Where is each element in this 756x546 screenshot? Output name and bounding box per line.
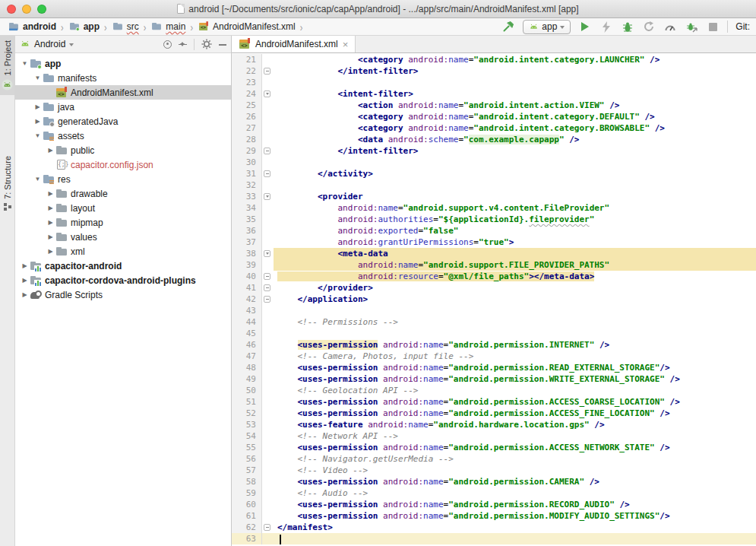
code-line-63[interactable]: 63 bbox=[232, 533, 756, 544]
debug-bug-icon[interactable] bbox=[621, 20, 634, 33]
code-area[interactable]: 21 <category android:name="android.inten… bbox=[232, 53, 756, 546]
code-line-36[interactable]: 36 android:exported="false" bbox=[232, 225, 756, 236]
code-line-21[interactable]: 21 <category android:name="android.inten… bbox=[232, 54, 756, 65]
code-line-31[interactable]: 31 </activity> bbox=[232, 168, 756, 179]
tree-item-public[interactable]: ▶public bbox=[15, 143, 231, 157]
hide-panel-icon[interactable] bbox=[219, 44, 226, 46]
code-line-27[interactable]: 27 <category android:name="android.inten… bbox=[232, 122, 756, 134]
fold-start-icon[interactable] bbox=[264, 193, 270, 200]
tree-expand-arrow-icon[interactable]: ▶ bbox=[46, 190, 55, 197]
code-line-41[interactable]: 41 </provider> bbox=[232, 282, 756, 294]
code-line-43[interactable]: 43 bbox=[232, 305, 756, 316]
fold-end-icon[interactable] bbox=[264, 273, 270, 280]
tree-item-xml[interactable]: ▶xml bbox=[15, 244, 231, 259]
breadcrumb-item-main[interactable]: main bbox=[149, 20, 187, 33]
tree-expand-arrow-icon[interactable]: ▶ bbox=[33, 103, 43, 110]
code-line-52[interactable]: 52 <uses-permission android:name="androi… bbox=[232, 408, 756, 419]
build-hammer-icon[interactable] bbox=[501, 20, 515, 33]
tree-item-java[interactable]: ▶java bbox=[15, 100, 231, 114]
tree-item-drawable[interactable]: ▶drawable bbox=[15, 186, 231, 201]
tree-item-capacitor-cordova-android-plugins[interactable]: ▶capacitor-cordova-android-plugins bbox=[15, 273, 231, 287]
fold-end-icon[interactable] bbox=[264, 296, 270, 303]
tree-expand-arrow-icon[interactable]: ▶ bbox=[20, 277, 30, 284]
tree-expand-arrow-icon[interactable]: ▼ bbox=[33, 132, 43, 139]
code-line-49[interactable]: 49 <uses-permission android:name="androi… bbox=[232, 373, 756, 385]
run-configuration-selector[interactable]: app bbox=[523, 20, 571, 34]
tree-item-gradle-scripts[interactable]: ▶Gradle Scripts bbox=[15, 287, 231, 302]
code-line-34[interactable]: 34 android:name="android.support.v4.cont… bbox=[232, 202, 756, 214]
tree-item-res[interactable]: ▼res bbox=[15, 172, 231, 186]
tree-item-generatedjava[interactable]: ▶generatedJava bbox=[15, 114, 231, 129]
code-line-46[interactable]: 46 <uses-permission android:name="androi… bbox=[232, 339, 756, 351]
fold-end-icon[interactable] bbox=[264, 148, 270, 154]
tree-item-layout[interactable]: ▶layout bbox=[15, 201, 231, 215]
close-window-button[interactable] bbox=[7, 5, 16, 14]
code-line-30[interactable]: 30 bbox=[232, 157, 756, 168]
code-line-28[interactable]: 28 <data android:scheme="com.example.cap… bbox=[232, 134, 756, 145]
tree-expand-arrow-icon[interactable]: ▶ bbox=[20, 291, 30, 298]
tree-item-capacitor-android[interactable]: ▶capacitor-android bbox=[15, 259, 231, 273]
code-line-53[interactable]: 53 <uses-feature android:name="android.h… bbox=[232, 419, 756, 430]
apply-changes-lightning-icon[interactable] bbox=[599, 20, 613, 33]
tree-expand-arrow-icon[interactable]: ▶ bbox=[46, 233, 55, 240]
tree-item-manifests[interactable]: ▼manifests bbox=[15, 71, 231, 85]
fold-end-icon[interactable] bbox=[264, 68, 270, 75]
locate-icon[interactable] bbox=[163, 40, 172, 49]
code-line-62[interactable]: 62</manifest> bbox=[232, 522, 756, 533]
tree-expand-arrow-icon[interactable]: ▶ bbox=[20, 262, 30, 269]
zoom-window-button[interactable] bbox=[37, 5, 46, 14]
breadcrumb-item-app[interactable]: app bbox=[67, 20, 101, 33]
code-line-50[interactable]: 50 <!-- Geolocation API --> bbox=[232, 385, 756, 396]
tree-item-androidmanifest-xml[interactable]: <>AndroidManifest.xml bbox=[15, 85, 231, 100]
close-tab-icon[interactable]: × bbox=[343, 40, 349, 49]
code-line-39[interactable]: 39 android:name="android.support.FILE_PR… bbox=[232, 259, 756, 271]
breadcrumb-item-androidmanifest-xml[interactable]: <>AndroidManifest.xml bbox=[196, 20, 297, 33]
code-line-48[interactable]: 48 <uses-permission android:name="androi… bbox=[232, 362, 756, 373]
tree-item-mipmap[interactable]: ▶mipmap bbox=[15, 215, 231, 230]
code-line-55[interactable]: 55 <uses-permission android:name="androi… bbox=[232, 442, 756, 453]
fold-start-icon[interactable] bbox=[264, 90, 270, 97]
code-line-57[interactable]: 57 <!-- Video --> bbox=[232, 465, 756, 476]
coverage-icon[interactable] bbox=[642, 20, 656, 33]
code-line-51[interactable]: 51 <uses-permission android:name="androi… bbox=[232, 396, 756, 408]
fold-end-icon[interactable] bbox=[264, 524, 270, 531]
settings-gear-icon[interactable] bbox=[201, 39, 212, 49]
fold-end-icon[interactable] bbox=[264, 284, 270, 291]
code-line-60[interactable]: 60 <uses-permission android:name="androi… bbox=[232, 499, 756, 510]
tree-expand-arrow-icon[interactable]: ▼ bbox=[33, 75, 43, 81]
tree-expand-arrow-icon[interactable]: ▶ bbox=[46, 248, 55, 255]
attach-profiler-icon[interactable] bbox=[685, 20, 698, 33]
tree-item-app[interactable]: ▼app bbox=[15, 56, 231, 71]
project-view-selector[interactable]: Android bbox=[20, 39, 74, 49]
code-line-32[interactable]: 32 bbox=[232, 179, 756, 191]
tree-expand-arrow-icon[interactable]: ▶ bbox=[46, 219, 55, 226]
tool-tab-structure[interactable]: 7: Structure bbox=[0, 151, 14, 215]
code-line-38[interactable]: 38 <meta-data bbox=[232, 248, 756, 259]
breadcrumb-item-src[interactable]: src bbox=[110, 20, 141, 33]
tree-expand-arrow-icon[interactable]: ▶ bbox=[46, 147, 55, 154]
code-line-45[interactable]: 45 bbox=[232, 328, 756, 339]
fold-end-icon[interactable] bbox=[264, 170, 270, 177]
code-line-58[interactable]: 58 <uses-permission android:name="androi… bbox=[232, 476, 756, 487]
minimize-window-button[interactable] bbox=[22, 5, 31, 14]
tree-expand-arrow-icon[interactable]: ▼ bbox=[33, 176, 43, 183]
profiler-gauge-icon[interactable] bbox=[663, 20, 677, 33]
run-play-icon[interactable] bbox=[578, 20, 592, 33]
editor-tab-androidmanifest[interactable]: <> AndroidManifest.xml × bbox=[232, 36, 356, 52]
collapse-all-icon[interactable] bbox=[179, 40, 187, 49]
tree-expand-arrow-icon[interactable]: ▼ bbox=[20, 60, 30, 67]
code-line-54[interactable]: 54 <!-- Network API --> bbox=[232, 430, 756, 442]
tree-item-capacitor-config-json[interactable]: {;}capacitor.config.json bbox=[15, 157, 231, 172]
tool-tab-project[interactable]: 1: Project bbox=[0, 36, 14, 95]
code-line-61[interactable]: 61 <uses-permission android:name="androi… bbox=[232, 510, 756, 522]
code-line-35[interactable]: 35 android:authorities="${applicationId}… bbox=[232, 214, 756, 225]
code-line-44[interactable]: 44 <!-- Permissions --> bbox=[232, 316, 756, 328]
tree-item-assets[interactable]: ▼assets bbox=[15, 129, 231, 143]
code-line-29[interactable]: 29 </intent-filter> bbox=[232, 145, 756, 157]
code-line-25[interactable]: 25 <action android:name="android.intent.… bbox=[232, 100, 756, 111]
code-line-40[interactable]: 40 android:resource="@xml/file_paths"></… bbox=[232, 271, 756, 282]
code-line-47[interactable]: 47 <!-- Camera, Photos, input file --> bbox=[232, 351, 756, 362]
code-line-37[interactable]: 37 android:grantUriPermissions="true"> bbox=[232, 236, 756, 248]
tree-expand-arrow-icon[interactable]: ▶ bbox=[33, 118, 43, 125]
code-line-33[interactable]: 33 <provider bbox=[232, 191, 756, 202]
